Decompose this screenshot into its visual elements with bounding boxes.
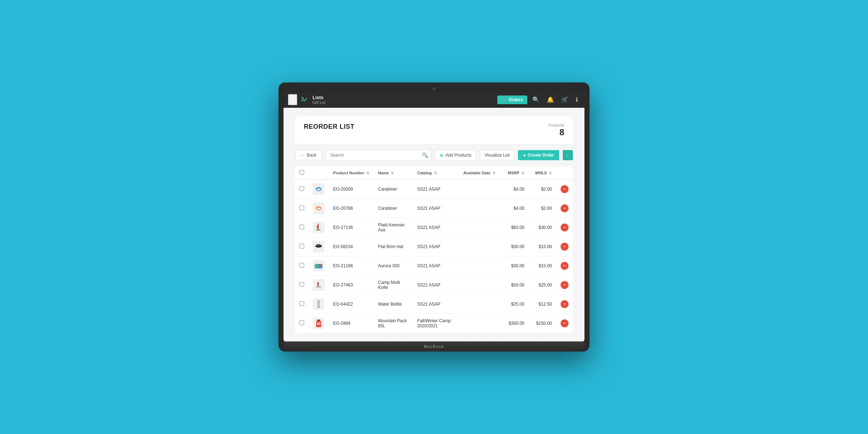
- row-catalog: SS21 ASAP: [413, 218, 459, 237]
- remove-row-button[interactable]: −: [561, 243, 569, 251]
- back-button[interactable]: ← Back: [295, 150, 322, 160]
- header-available-date: Available Date ⇅: [459, 166, 501, 179]
- row-checkbox-cell: [295, 314, 309, 333]
- row-product-number: EO-20788: [329, 199, 374, 218]
- search-input[interactable]: [326, 150, 431, 161]
- remove-row-button[interactable]: −: [561, 204, 569, 212]
- remove-row-button[interactable]: −: [561, 281, 569, 289]
- sort-icon-whls: ⇅: [549, 171, 552, 175]
- product-image: [313, 318, 324, 329]
- laptop-frame: ☰ Lists Edit List 🛒 Orders 🔍 🔔 🛒 ℹ: [278, 82, 590, 352]
- row-action-cell: −: [556, 295, 573, 314]
- sort-icon-msrp: ⇅: [522, 171, 524, 175]
- circle-check-icon: ●: [523, 153, 526, 158]
- row-checkbox-cell: [295, 276, 309, 295]
- search-submit-icon[interactable]: 🔍: [422, 152, 428, 158]
- row-product-number: EO-58234: [329, 237, 374, 256]
- nav-title-main: Lists: [312, 95, 326, 101]
- row-msrp: $4.00: [501, 199, 529, 218]
- cart-icon-btn[interactable]: 🛒: [559, 95, 571, 105]
- row-checkbox[interactable]: [299, 186, 304, 191]
- row-product-number: EO-21198: [329, 256, 374, 276]
- svg-rect-3: [318, 224, 319, 230]
- row-whls: $15.00: [529, 237, 556, 256]
- row-image-cell: [309, 314, 329, 333]
- svg-rect-10: [319, 265, 322, 267]
- row-name: Flat Brim Hat: [374, 237, 413, 256]
- row-name: Aurora 300: [374, 256, 413, 276]
- row-action-cell: −: [556, 314, 573, 333]
- row-image-cell: [309, 256, 329, 276]
- remove-row-button[interactable]: −: [561, 300, 569, 308]
- row-checkbox[interactable]: [299, 205, 304, 210]
- toolbar: ← Back 🔍 ⊕ Add Products Visualize List ●…: [295, 150, 573, 161]
- sort-icon-name: ⇅: [391, 171, 394, 175]
- svg-rect-7: [317, 244, 321, 246]
- create-order-dropdown-button[interactable]: ⋮: [563, 150, 573, 160]
- row-whls: $12.50: [529, 295, 556, 314]
- product-image: [313, 298, 324, 310]
- main-content: REORDER LIST Products 8 ← Back 🔍 ⊕: [284, 108, 584, 342]
- header-msrp: MSRP ⇅: [501, 166, 529, 179]
- header-name: Name ⇅: [374, 166, 413, 179]
- row-checkbox[interactable]: [299, 225, 304, 229]
- row-checkbox[interactable]: [299, 301, 304, 306]
- row-image-cell: [309, 199, 329, 218]
- row-available-date: [459, 218, 501, 237]
- page-title: REORDER LIST: [304, 123, 354, 131]
- row-available-date: [459, 199, 501, 218]
- table-row: EO-21198 Aurora 300 SS21 ASAP $30.00 $15…: [295, 256, 573, 276]
- row-product-number: EO-20009: [329, 179, 374, 199]
- row-checkbox[interactable]: [299, 244, 304, 248]
- table-row: EO-64422 Water Bottle SS21 ASAP $25.00 $…: [295, 295, 573, 314]
- hamburger-menu[interactable]: ☰: [288, 94, 297, 105]
- row-available-date: [459, 276, 501, 295]
- row-msrp: $4.00: [501, 179, 529, 199]
- row-catalog: SS21 ASAP: [413, 295, 459, 314]
- row-whls: $150.00: [529, 314, 556, 333]
- row-checkbox[interactable]: [299, 320, 304, 325]
- row-name: Carabiner: [374, 179, 413, 199]
- search-icon-btn[interactable]: 🔍: [530, 95, 542, 105]
- row-available-date: [459, 314, 501, 333]
- info-icon-btn[interactable]: ℹ: [574, 95, 580, 105]
- remove-row-button[interactable]: −: [561, 224, 569, 231]
- row-checkbox-cell: [295, 256, 309, 276]
- remove-row-button[interactable]: −: [561, 185, 569, 193]
- header-catalog: Catalog ⇅: [413, 166, 459, 179]
- remove-row-button[interactable]: −: [561, 319, 569, 327]
- svg-rect-19: [317, 324, 321, 325]
- topnav: ☰ Lists Edit List 🛒 Orders 🔍 🔔 🛒 ℹ: [284, 92, 584, 108]
- table-row: EO-58234 Flat Brim Hat SS21 ASAP $30.00 …: [295, 237, 573, 256]
- nav-title-sub: Edit List: [312, 101, 326, 105]
- page-header: REORDER LIST Products 8: [295, 116, 573, 144]
- row-image-cell: [309, 179, 329, 199]
- row-image-cell: [309, 276, 329, 295]
- product-image: [313, 279, 324, 291]
- macbook-label: MacBook: [424, 345, 444, 349]
- select-all-checkbox[interactable]: [299, 170, 304, 175]
- header-image: [309, 166, 329, 179]
- visualize-list-button[interactable]: Visualize List: [480, 150, 515, 160]
- remove-row-button[interactable]: −: [561, 262, 569, 270]
- row-image-cell: [309, 295, 329, 314]
- row-msrp: $50.00: [501, 276, 529, 295]
- add-products-button[interactable]: ⊕ Add Products: [435, 150, 476, 161]
- row-product-number: EO-2894: [329, 314, 374, 333]
- row-whls: $30.00: [529, 218, 556, 237]
- product-image: [313, 183, 324, 195]
- row-msrp: $25.00: [501, 295, 529, 314]
- row-catalog: SS21 ASAP: [413, 256, 459, 276]
- table-row: EO-27463 Camp Multi Knife SS21 ASAP $50.…: [295, 276, 573, 295]
- orders-button[interactable]: 🛒 Orders: [497, 95, 527, 104]
- svg-marker-0: [301, 96, 304, 99]
- row-available-date: [459, 256, 501, 276]
- table-header-row: Product Number ⇅ Name ⇅ Catalog ⇅: [295, 166, 573, 179]
- row-checkbox[interactable]: [299, 263, 304, 268]
- row-name: Water Bottle: [374, 295, 413, 314]
- create-order-button[interactable]: ● Create Order: [518, 150, 559, 160]
- products-table-container: Product Number ⇅ Name ⇅ Catalog ⇅: [295, 166, 573, 333]
- row-msrp: $30.00: [501, 256, 529, 276]
- row-checkbox[interactable]: [299, 282, 304, 287]
- bell-icon-btn[interactable]: 🔔: [545, 95, 556, 105]
